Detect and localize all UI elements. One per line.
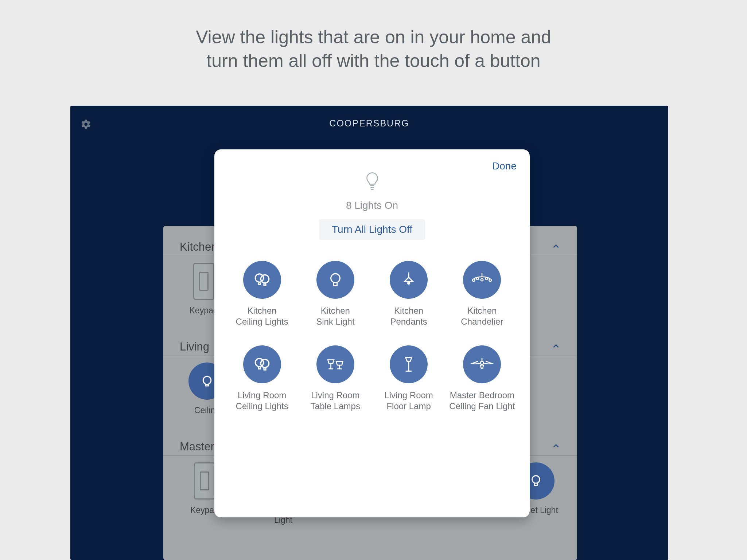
svg-point-4	[261, 275, 269, 283]
floor-lamp-icon	[390, 345, 428, 383]
done-button[interactable]: Done	[492, 160, 517, 172]
light-label: KitchenChandelier	[446, 305, 519, 327]
bulbs-icon	[243, 261, 281, 299]
light-kitchen-chandelier[interactable]: KitchenChandelier	[446, 261, 519, 327]
light-kitchen-sink[interactable]: KitchenSink Light	[299, 261, 372, 327]
lightbulb-icon	[364, 171, 380, 195]
light-kitchen-ceiling[interactable]: KitchenCeiling Lights	[225, 261, 299, 327]
zone-title-living: Living	[180, 340, 209, 353]
keypad-icon	[193, 263, 214, 300]
lights-on-grid: KitchenCeiling Lights KitchenSink Light …	[225, 261, 519, 412]
modal-header: 8 Lights On Turn All Lights Off	[225, 171, 519, 240]
lights-on-modal: Done 8 Lights On Turn All Lights Off Kit…	[214, 149, 530, 517]
chevron-up-icon[interactable]	[551, 441, 561, 452]
turn-all-off-button[interactable]: Turn All Lights Off	[319, 219, 425, 240]
light-label: KitchenCeiling Lights	[225, 305, 299, 327]
chandelier-icon	[463, 261, 501, 299]
keypad-icon	[194, 462, 215, 500]
svg-point-14	[481, 361, 484, 364]
svg-point-0	[203, 376, 211, 384]
svg-point-13	[261, 359, 269, 368]
svg-point-7	[472, 279, 475, 282]
zone-title-kitchen: Kitchen	[180, 240, 217, 254]
svg-point-10	[476, 278, 479, 280]
light-label: KitchenPendants	[372, 305, 446, 327]
light-living-floor-lamp[interactable]: Living RoomFloor Lamp	[372, 345, 446, 412]
svg-point-11	[486, 278, 488, 280]
light-label: KitchenSink Light	[299, 305, 372, 327]
chevron-up-icon[interactable]	[551, 242, 561, 252]
lights-count-label: 8 Lights On	[225, 200, 519, 211]
svg-point-9	[489, 279, 492, 282]
marketing-line1: View the lights that are on in your home…	[0, 26, 747, 49]
svg-point-2	[532, 475, 540, 483]
zone-title-master: Master	[180, 440, 214, 453]
light-label: Living RoomTable Lamps	[299, 390, 372, 412]
table-lamps-icon	[316, 345, 354, 383]
app-title: Coopersburg	[329, 118, 409, 129]
pendant-icon	[390, 261, 428, 299]
bulb-icon	[316, 261, 354, 299]
fan-icon	[463, 345, 501, 383]
app-header: Coopersburg	[70, 106, 668, 133]
svg-point-6	[408, 282, 409, 284]
marketing-heading: View the lights that are on in your home…	[0, 0, 747, 73]
svg-point-8	[481, 279, 483, 281]
bulbs-icon	[243, 345, 281, 383]
light-kitchen-pendants[interactable]: KitchenPendants	[372, 261, 446, 327]
chevron-up-icon[interactable]	[551, 341, 561, 352]
svg-point-5	[331, 274, 340, 283]
marketing-line2: turn them all off with the touch of a bu…	[0, 49, 747, 73]
light-living-table-lamps[interactable]: Living RoomTable Lamps	[299, 345, 372, 412]
light-master-fan[interactable]: Master BedroomCeiling Fan Light	[446, 345, 519, 412]
light-living-ceiling[interactable]: Living RoomCeiling Lights	[225, 345, 299, 412]
light-label: Living RoomFloor Lamp	[372, 390, 446, 412]
gear-icon[interactable]	[81, 119, 92, 131]
light-label: Master BedroomCeiling Fan Light	[446, 390, 519, 412]
light-label: Living RoomCeiling Lights	[225, 390, 299, 412]
